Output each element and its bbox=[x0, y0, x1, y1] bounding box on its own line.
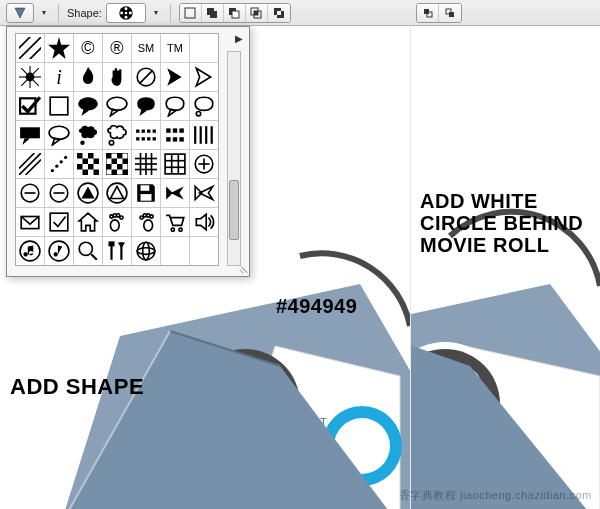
shape-speech-think2[interactable] bbox=[190, 92, 218, 120]
shape-speech-outline2[interactable] bbox=[45, 121, 73, 149]
svg-line-89 bbox=[19, 153, 34, 168]
shape-hand-stop[interactable] bbox=[103, 63, 131, 91]
mode-subtract[interactable] bbox=[224, 4, 246, 22]
shape-thought-solid[interactable] bbox=[74, 121, 102, 149]
shape-foot[interactable] bbox=[103, 208, 131, 236]
svg-line-52 bbox=[139, 70, 152, 83]
shape-copyright[interactable]: © bbox=[74, 34, 102, 62]
shape-registered[interactable]: ® bbox=[103, 34, 131, 62]
shape-starburst[interactable] bbox=[45, 34, 73, 62]
shape-speech-think-outline[interactable] bbox=[161, 92, 189, 120]
svg-rect-76 bbox=[153, 130, 156, 133]
shape-empty bbox=[190, 237, 218, 265]
shape-trademark-tm[interactable]: TM bbox=[161, 34, 189, 62]
tool-preset-picker[interactable] bbox=[6, 3, 34, 23]
resize-grip-icon[interactable] bbox=[237, 264, 247, 274]
shape-speech-outline[interactable] bbox=[103, 92, 131, 120]
shape-magnify[interactable] bbox=[74, 237, 102, 265]
svg-line-90 bbox=[26, 160, 41, 175]
shape-thought-outline[interactable] bbox=[103, 121, 131, 149]
align-a-button[interactable] bbox=[417, 4, 439, 22]
shape-check-outline[interactable] bbox=[45, 208, 73, 236]
shape-minus-circle-o[interactable] bbox=[45, 179, 73, 207]
shape-house[interactable] bbox=[74, 208, 102, 236]
shape-speech-think-solid[interactable] bbox=[132, 92, 160, 120]
svg-point-165 bbox=[143, 242, 150, 260]
shape-diag-stripes[interactable] bbox=[16, 34, 44, 62]
shape-arrow-left-solid[interactable] bbox=[161, 179, 189, 207]
svg-line-159 bbox=[91, 254, 97, 259]
shape-radial-burst[interactable] bbox=[16, 63, 44, 91]
svg-point-147 bbox=[120, 216, 123, 219]
shape-picker-scrollbar[interactable] bbox=[227, 51, 241, 266]
shape-hammer-screw[interactable] bbox=[103, 237, 131, 265]
svg-rect-95 bbox=[77, 153, 83, 159]
shape-checker-outline[interactable] bbox=[103, 150, 131, 178]
tool-preset-dropdown[interactable]: ▾ bbox=[38, 3, 50, 23]
svg-rect-141 bbox=[50, 213, 68, 231]
path-mode-group bbox=[179, 3, 291, 23]
svg-marker-142 bbox=[79, 213, 97, 231]
shape-empty[interactable] bbox=[190, 34, 218, 62]
svg-rect-111 bbox=[123, 170, 129, 176]
svg-point-94 bbox=[64, 156, 67, 159]
shape-cart[interactable] bbox=[161, 208, 189, 236]
svg-marker-137 bbox=[166, 186, 173, 199]
flyout-menu-icon[interactable]: ▶ bbox=[235, 33, 243, 44]
shape-globe[interactable] bbox=[132, 237, 160, 265]
svg-rect-73 bbox=[142, 137, 145, 140]
shape-foot2[interactable] bbox=[132, 208, 160, 236]
shape-diag-lines[interactable] bbox=[16, 150, 44, 178]
svg-marker-61 bbox=[139, 109, 147, 116]
shape-flame[interactable] bbox=[74, 63, 102, 91]
svg-point-68 bbox=[80, 141, 84, 145]
svg-rect-74 bbox=[147, 130, 150, 133]
svg-rect-105 bbox=[117, 153, 123, 159]
align-b-button[interactable] bbox=[439, 4, 461, 22]
svg-point-5 bbox=[129, 11, 132, 14]
svg-point-148 bbox=[144, 220, 153, 231]
shape-caption-solid[interactable] bbox=[16, 121, 44, 149]
shape-arrow-outline[interactable] bbox=[190, 63, 218, 91]
shape-plus-circle[interactable] bbox=[190, 150, 218, 178]
shape-no-entry[interactable] bbox=[132, 63, 160, 91]
shape-arrow-left-outline[interactable] bbox=[190, 179, 218, 207]
shape-square-outline[interactable] bbox=[45, 92, 73, 120]
mode-add[interactable] bbox=[202, 4, 224, 22]
svg-rect-83 bbox=[179, 137, 183, 141]
svg-point-69 bbox=[109, 141, 113, 145]
shape-info-i[interactable]: i bbox=[45, 63, 73, 91]
shape-music-circle2[interactable] bbox=[45, 237, 73, 265]
scrollbar-thumb[interactable] bbox=[229, 180, 239, 240]
shape-checker[interactable] bbox=[74, 150, 102, 178]
svg-point-143 bbox=[110, 220, 119, 231]
shape-trademark-sm[interactable]: SM bbox=[132, 34, 160, 62]
shape-checkbox-check[interactable] bbox=[16, 92, 44, 120]
shape-triangle-up-o[interactable] bbox=[103, 179, 131, 207]
shape-arrow-solid[interactable] bbox=[161, 63, 189, 91]
shape-picker-panel: ▶ © ® SM TM i bbox=[6, 26, 250, 277]
shape-grid6[interactable] bbox=[161, 121, 189, 149]
shape-speech-solid[interactable] bbox=[74, 92, 102, 120]
mode-exclude[interactable] bbox=[268, 4, 290, 22]
svg-rect-13 bbox=[254, 11, 258, 15]
shape-save-disk[interactable] bbox=[132, 179, 160, 207]
shape-envelope[interactable] bbox=[16, 208, 44, 236]
mode-new-layer[interactable] bbox=[180, 4, 202, 22]
mode-intersect[interactable] bbox=[246, 4, 268, 22]
svg-rect-106 bbox=[112, 159, 118, 165]
shape-hatch[interactable] bbox=[190, 121, 218, 149]
shape-music-circle1[interactable] bbox=[16, 237, 44, 265]
svg-point-152 bbox=[150, 215, 153, 218]
shape-speaker[interactable] bbox=[190, 208, 218, 236]
shape-dots-diag[interactable] bbox=[45, 150, 73, 178]
shape-minus-circle[interactable] bbox=[16, 179, 44, 207]
shape-grid-outline[interactable] bbox=[161, 150, 189, 178]
svg-rect-109 bbox=[117, 164, 123, 170]
shape-tracks[interactable] bbox=[132, 121, 160, 149]
shape-grid[interactable] bbox=[132, 150, 160, 178]
shape-dropdown[interactable]: ▾ bbox=[150, 3, 162, 23]
shape-preview[interactable] bbox=[106, 3, 146, 23]
svg-point-153 bbox=[171, 228, 174, 231]
shape-triangle-up[interactable] bbox=[74, 179, 102, 207]
